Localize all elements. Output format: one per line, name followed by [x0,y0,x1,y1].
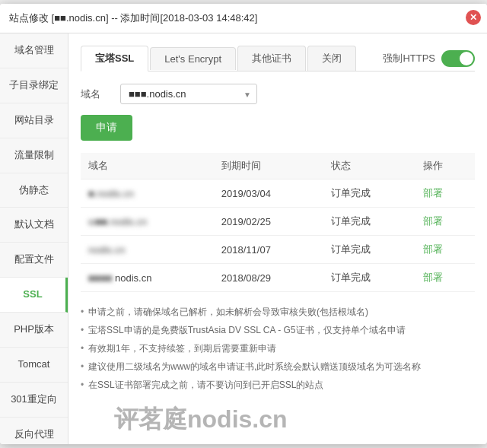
note-item: 有效期1年，不支持续签，到期后需要重新申请 [81,339,475,357]
cert-expiry: 2018/08/29 [214,264,323,292]
content-area: 宝塔SSLLet's Encrypt其他证书关闭强制HTTPS 域名 ■■■.n… [68,33,487,444]
sidebar-item-php-version[interactable]: PHP版本 [0,313,68,348]
sidebar-item-ssl[interactable]: SSL [0,278,68,313]
domain-field-label: 域名 [81,87,111,101]
main-window: 站点修改 [■■.nodis.cn] -- 添加时间[2018-03-03 14… [0,4,487,444]
sidebar-item-domain-mgmt[interactable]: 域名管理 [0,33,68,68]
table-row: w■■.nodis.cn2019/02/25订单完成部署 [81,208,475,236]
watermark: 评茗庭nodis.cn [114,403,288,437]
cert-table-body: ■.nodis.cn2019/03/04订单完成部署w■■.nodis.cn20… [81,180,475,292]
cert-status: 订单完成 [323,236,416,264]
apply-button[interactable]: 申请 [81,115,132,141]
cert-domain: ■■■■ nodis.cn [81,264,214,292]
cert-domain: w■■.nodis.cn [81,208,214,236]
domain-row: 域名 ■■■.nodis.cnwww.nodis.cnnodis.cn ▼ [81,84,475,104]
deploy-link[interactable]: 部署 [423,187,443,199]
sidebar-item-traffic-limit[interactable]: 流量限制 [0,138,68,173]
deploy-link[interactable]: 部署 [423,215,443,227]
cert-action[interactable]: 部署 [415,264,475,292]
tab-other-cert[interactable]: 其他证书 [237,46,306,71]
deploy-link[interactable]: 部署 [423,243,443,255]
force-https-label: 强制HTTPS [383,52,435,65]
note-item: 建议使用二级域名为www的域名申请证书,此时系统会默认赠送顶级域名为可选名称 [81,357,475,376]
cert-table-head: 域名到期时间状态操作 [81,153,475,180]
sidebar-item-site-dir[interactable]: 网站目录 [0,103,68,138]
sidebar-item-pseudo-static[interactable]: 伪静态 [0,173,68,208]
domain-select[interactable]: ■■■.nodis.cnwww.nodis.cnnodis.cn [120,84,257,104]
col-header: 域名 [81,153,214,180]
cert-domain: nodis.cn [81,236,214,264]
cert-domain: ■.nodis.cn [81,180,214,208]
sidebar-item-default-doc[interactable]: 默认文档 [0,208,68,243]
col-header: 状态 [323,153,416,180]
domain-select-wrap: ■■■.nodis.cnwww.nodis.cnnodis.cn ▼ [120,84,257,104]
tab-baota-ssl[interactable]: 宝塔SSL [81,46,148,71]
note-item: 在SSL证书部署完成之前，请不要访问到已开启SSL的站点 [81,376,475,394]
cert-status: 订单完成 [323,264,416,292]
close-button[interactable]: ✕ [466,10,481,25]
cert-action[interactable]: 部署 [415,236,475,264]
cert-expiry: 2019/02/25 [214,208,323,236]
force-https-control: 强制HTTPS [383,50,475,67]
cert-expiry: 2018/11/07 [214,236,323,264]
notes-list: 申请之前，请确保域名已解析，如未解析会导致审核失败(包括根域名)宝塔SSL申请的… [81,303,475,394]
col-header: 到期时间 [214,153,323,180]
table-row: ■.nodis.cn2019/03/04订单完成部署 [81,180,475,208]
sidebar-item-301-redirect[interactable]: 301重定向 [0,383,68,418]
sidebar-item-reverse-proxy[interactable]: 反向代理 [0,418,68,444]
cert-action[interactable]: 部署 [415,180,475,208]
cert-action[interactable]: 部署 [415,208,475,236]
note-item: 宝塔SSL申请的是免费版TrustAsia DV SSL CA - G5证书，仅… [81,321,475,339]
title-bar: 站点修改 [■■.nodis.cn] -- 添加时间[2018-03-03 14… [0,4,487,33]
window-title: 站点修改 [■■.nodis.cn] -- 添加时间[2018-03-03 14… [9,11,257,25]
table-row: ■■■■ nodis.cn2018/08/29订单完成部署 [81,264,475,292]
sidebar-item-tomcat[interactable]: Tomcat [0,348,68,383]
tab-bar: 宝塔SSLLet's Encrypt其他证书关闭强制HTTPS [81,46,475,71]
cert-status: 订单完成 [323,208,416,236]
cert-status: 订单完成 [323,180,416,208]
sidebar-item-config-file[interactable]: 配置文件 [0,243,68,278]
tab-lets-encrypt[interactable]: Let's Encrypt [150,47,236,70]
force-https-toggle[interactable] [441,50,475,67]
sidebar-item-subdir-bind[interactable]: 子目录绑定 [0,68,68,103]
col-header: 操作 [415,153,475,180]
cert-table: 域名到期时间状态操作 ■.nodis.cn2019/03/04订单完成部署w■■… [81,153,475,292]
note-item: 申请之前，请确保域名已解析，如未解析会导致审核失败(包括根域名) [81,303,475,321]
sidebar: 域名管理子目录绑定网站目录流量限制伪静态默认文档配置文件SSLPHP版本Tomc… [0,33,68,444]
deploy-link[interactable]: 部署 [423,272,443,283]
main-layout: 域名管理子目录绑定网站目录流量限制伪静态默认文档配置文件SSLPHP版本Tomc… [0,33,487,444]
tab-close[interactable]: 关闭 [307,46,356,71]
table-row: nodis.cn2018/11/07订单完成部署 [81,236,475,264]
cert-table-header-row: 域名到期时间状态操作 [81,153,475,180]
cert-expiry: 2019/03/04 [214,180,323,208]
